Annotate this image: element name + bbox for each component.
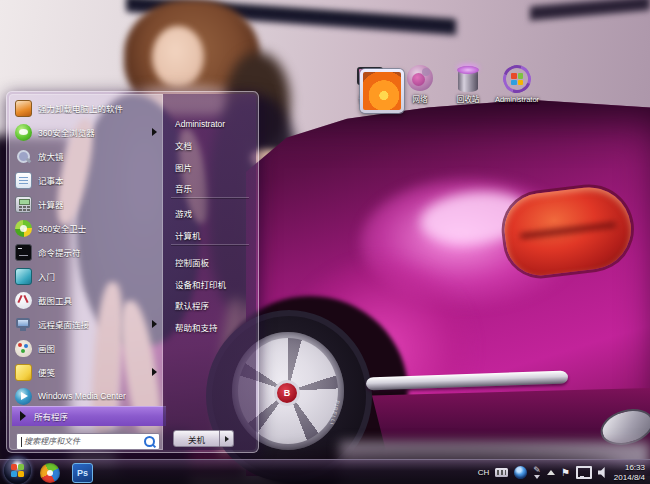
network-icon bbox=[405, 64, 435, 94]
menu-item-computer[interactable]: 计算机 bbox=[175, 226, 253, 244]
menu-item-magnifier[interactable]: 放大镜 bbox=[11, 144, 161, 168]
command-prompt-icon bbox=[15, 244, 32, 261]
network-status-icon[interactable] bbox=[576, 466, 592, 479]
menu-item-snipping-tool[interactable]: 截图工具 bbox=[11, 288, 161, 312]
keyboard-icon[interactable] bbox=[495, 468, 508, 477]
menu-item-getting-started[interactable]: 入门 bbox=[11, 264, 161, 288]
search-placeholder: 搜索程序和文件 bbox=[21, 437, 144, 447]
wheel-hub-badge: B bbox=[274, 380, 300, 406]
desktop-icon-label: Administrator bbox=[492, 96, 542, 104]
photoshop-icon: Ps bbox=[77, 468, 88, 478]
jumplist-arrow-icon[interactable] bbox=[152, 128, 157, 136]
snipping-tool-icon bbox=[15, 292, 32, 309]
clock-time: 16:33 bbox=[614, 463, 645, 473]
menu-item-documents[interactable]: 文档 bbox=[175, 136, 253, 154]
menu-item-paint[interactable]: 画图 bbox=[11, 336, 161, 360]
shutdown-control: 关机 bbox=[173, 430, 234, 447]
menu-item-media-center[interactable]: Windows Media Center bbox=[11, 384, 161, 408]
shutdown-options-arrow[interactable] bbox=[220, 430, 234, 447]
menu-item-calculator[interactable]: 计算器 bbox=[11, 192, 161, 216]
desktop-icon-recycle-bin[interactable]: 回收站 bbox=[443, 64, 493, 104]
menu-item-cmd[interactable]: 命令提示符 bbox=[11, 240, 161, 264]
windows7-desktop: B PIRELLI 计算机 网络 回收站 bbox=[0, 0, 650, 484]
start-menu-right-panel: Administrator 文档 图片 音乐 游戏 计算机 控制面板 设备和打印… bbox=[163, 94, 256, 450]
pen-icon: ✎ bbox=[533, 466, 541, 475]
360-browser-icon bbox=[15, 124, 32, 141]
menu-item-games[interactable]: 游戏 bbox=[175, 204, 253, 222]
caret-down-icon bbox=[534, 475, 540, 479]
getting-started-icon bbox=[15, 268, 32, 285]
woman-face bbox=[152, 26, 204, 88]
media-center-icon bbox=[15, 388, 32, 405]
desktop-icon-label: 回收站 bbox=[443, 96, 493, 104]
menu-item-uninstall[interactable]: 强力卸载电脑上的软件 bbox=[11, 96, 161, 120]
menu-separator bbox=[171, 244, 249, 245]
input-helper-icon[interactable] bbox=[514, 466, 527, 479]
paint-icon bbox=[15, 340, 32, 357]
menu-item-devices-printers[interactable]: 设备和打印机 bbox=[175, 275, 253, 293]
windows-logo-icon bbox=[11, 464, 24, 477]
start-button[interactable] bbox=[4, 457, 31, 484]
action-center-flag-icon[interactable]: ⚑ bbox=[561, 468, 570, 478]
recycle-bin-icon bbox=[453, 64, 483, 94]
desktop-icon-administrator[interactable]: Administrator bbox=[492, 64, 542, 104]
search-icon bbox=[144, 436, 155, 447]
menu-item-360-browser[interactable]: 360安全浏览器 bbox=[11, 120, 161, 144]
volume-icon[interactable] bbox=[598, 467, 608, 478]
menu-item-music[interactable]: 音乐 bbox=[175, 179, 253, 197]
language-bar-options[interactable]: ✎ bbox=[533, 466, 541, 479]
menu-item-default-programs[interactable]: 默认程序 bbox=[175, 296, 253, 314]
menu-item-sticky-notes[interactable]: 便笺 bbox=[11, 360, 161, 384]
magnifier-icon bbox=[15, 148, 32, 165]
shutdown-button[interactable]: 关机 bbox=[173, 430, 220, 447]
input-language-indicator[interactable]: CH bbox=[478, 468, 490, 477]
menu-item-control-panel[interactable]: 控制面板 bbox=[175, 253, 253, 271]
notepad-icon bbox=[15, 172, 32, 189]
taskbar: Ps CH ✎ ⚑ 16:33 2014/8/4 bbox=[0, 459, 650, 484]
show-hidden-icons-button[interactable] bbox=[547, 470, 555, 475]
menu-item-remote-desktop[interactable]: 远程桌面连接 bbox=[11, 312, 161, 336]
all-programs-arrow-icon bbox=[20, 411, 26, 421]
jumplist-arrow-icon[interactable] bbox=[152, 320, 157, 328]
menu-item-administrator[interactable]: Administrator bbox=[175, 115, 253, 133]
user-avatar[interactable] bbox=[360, 69, 404, 113]
menu-item-360-safe[interactable]: 360安全卫士 bbox=[11, 216, 161, 240]
start-menu-search-input[interactable]: 搜索程序和文件 bbox=[16, 433, 160, 450]
calculator-icon bbox=[15, 196, 32, 213]
menu-separator bbox=[171, 197, 249, 198]
menu-item-notepad[interactable]: 记事本 bbox=[11, 168, 161, 192]
avatar-flower-image bbox=[363, 72, 401, 110]
sticky-notes-icon bbox=[15, 364, 32, 381]
360-pinwheel-icon bbox=[40, 463, 60, 483]
menu-item-pictures[interactable]: 图片 bbox=[175, 158, 253, 176]
uninstall-icon bbox=[15, 100, 32, 117]
taskbar-clock[interactable]: 16:33 2014/8/4 bbox=[614, 463, 645, 483]
system-tray: CH ✎ ⚑ 16:33 2014/8/4 bbox=[473, 460, 650, 484]
start-menu-left-panel: 强力卸载电脑上的软件 360安全浏览器 放大镜 记事本 bbox=[9, 94, 163, 450]
taskbar-360-browser-button[interactable] bbox=[40, 463, 61, 483]
taskbar-photoshop-button[interactable]: Ps bbox=[72, 463, 93, 483]
start-menu: 强力卸载电脑上的软件 360安全浏览器 放大镜 记事本 bbox=[6, 91, 259, 453]
360-safe-icon bbox=[15, 220, 32, 237]
jumplist-arrow-icon[interactable] bbox=[152, 368, 157, 376]
all-programs-button[interactable]: 所有程序 bbox=[12, 406, 166, 426]
menu-item-help-support[interactable]: 帮助和支持 bbox=[175, 318, 253, 336]
remote-desktop-icon bbox=[15, 316, 32, 333]
clock-date: 2014/8/4 bbox=[614, 473, 645, 483]
right-arrow-icon bbox=[225, 436, 229, 442]
administrator-sync-icon bbox=[502, 64, 532, 94]
